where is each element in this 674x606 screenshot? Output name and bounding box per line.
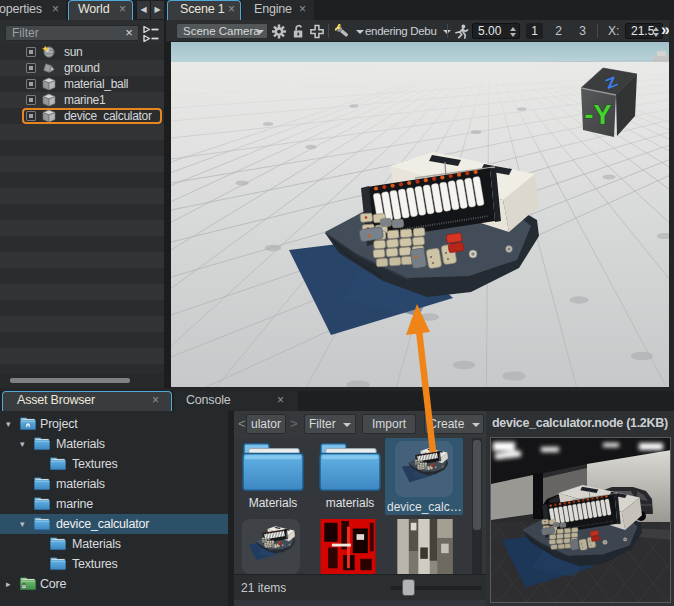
project-tree-item-textures[interactable]: Textures [0,554,228,574]
toolbar-separator [597,24,598,38]
tab-asset-browser[interactable]: Asset Browser × [2,391,172,411]
left-splitter[interactable] [164,20,171,388]
tab-engine-label: Engine [254,0,292,19]
project-tree-label: Textures [72,554,118,574]
asset-label[interactable]: materials [313,496,387,510]
chevron-right-icon[interactable]: ▸ [6,577,16,591]
expand-all-icon[interactable] [142,24,160,42]
tree-item-ground[interactable]: ground [0,60,164,76]
distant-object [653,55,669,63]
breadcrumb-forward-button[interactable]: > [290,414,298,434]
sun-icon [42,45,56,59]
pan-tool-icon[interactable] [309,24,325,39]
world-hierarchy-panel: × sun ground material_ball [0,20,164,388]
asset-label[interactable]: device_calc… [387,500,461,514]
tab-asset-browser-close-icon[interactable]: × [152,391,159,410]
horizontal-scrollbar[interactable] [0,374,164,388]
create-dropdown-button[interactable]: Create [424,414,484,434]
project-tree-label: Materials [56,434,105,454]
toolbar-separator [447,24,448,38]
tab-engine-close-icon[interactable]: × [299,0,306,19]
texture-gray-thumbnail[interactable] [396,519,454,574]
chevron-down-icon[interactable] [356,30,364,34]
texture-red-thumbnail[interactable] [319,519,377,574]
lock-open-icon[interactable] [291,24,307,39]
breadcrumb-back-button[interactable]: < [238,414,246,434]
slider-thumb[interactable] [402,579,415,596]
gizmo-y-label[interactable]: -Y [585,100,612,130]
tab-properties-close-icon[interactable]: × [52,0,59,19]
project-tree-item-device-calculator[interactable]: ▾device_calculator [0,514,228,534]
tab-world[interactable]: World × [68,0,133,20]
bottom-section: Asset Browser × Console × ▾Project▾Mater… [0,388,674,606]
project-tree-item-materials[interactable]: materials [0,474,228,494]
camera-speed-field[interactable]: 5.00 [472,23,520,39]
viewport-3d[interactable]: Z -Y [171,42,669,387]
chevron-down-icon[interactable]: ▾ [20,517,30,531]
folder-icon [34,516,50,531]
rendering-debug-dropdown[interactable]: endering Debu [365,25,451,37]
project-tree-item-materials[interactable]: Materials [0,534,228,554]
project-tree-item-materials[interactable]: ▾Materials [0,434,228,454]
tab-scene1-close-icon[interactable]: × [228,0,235,19]
tree-item-device-calculator[interactable]: device_calculator [0,108,164,124]
folder-icon [50,536,66,551]
visibility-checkbox[interactable] [26,63,36,73]
speed-preset-3[interactable]: 3 [574,23,591,39]
project-tree-label: device_calculator [56,514,149,534]
flashlight-icon[interactable] [335,24,351,39]
viewport-right-edge [669,20,674,388]
filter-dropdown-button[interactable]: Filter [304,414,356,434]
home-folder-icon [20,416,36,431]
tab-console[interactable]: Console × [174,391,298,411]
visibility-checkbox[interactable] [26,47,36,57]
project-tree-item-core[interactable]: ▸Core [0,574,228,594]
tree-item-marine1[interactable]: marine1 [0,92,164,108]
tree-item-material-ball[interactable]: material_ball [0,76,164,92]
asset-label[interactable]: Materials [236,496,310,510]
tab-world-close-icon[interactable]: × [119,0,126,19]
folder-icon [34,436,50,451]
filter-input[interactable] [5,25,139,41]
spinner-arrows-icon[interactable] [508,27,517,37]
import-button[interactable]: Import [362,414,416,434]
project-tree-item-marine[interactable]: marine [0,494,228,514]
visibility-checkbox[interactable] [26,95,36,105]
folder-asset-icon[interactable] [242,440,304,492]
vertical-scrollbar[interactable] [472,438,482,574]
tree-item-label: marine1 [64,92,105,108]
folder-asset-icon[interactable] [319,440,381,492]
speed-preset-2[interactable]: 2 [550,23,567,39]
scrollbar-thumb[interactable] [10,378,130,383]
spinner-arrows-icon[interactable] [651,27,660,37]
project-tree-item-textures[interactable]: Textures [0,454,228,474]
tab-scene1-label: Scene 1 [180,0,224,19]
tab-properties-label: operties [0,0,42,19]
chevron-down-icon[interactable]: ▾ [20,437,30,451]
gear-icon[interactable] [271,24,287,39]
speed-preset-1[interactable]: 1 [526,23,543,39]
coord-x-field[interactable]: 21.5 [625,23,663,39]
node-asset-icon [395,441,453,497]
tab-properties[interactable]: operties × [0,0,66,20]
chevron-down-icon[interactable]: ▾ [6,417,16,431]
tree-item-sun[interactable]: sun [0,44,164,60]
tab-scroll-left-button[interactable]: ◀ [136,1,150,19]
node-asset-plate[interactable] [395,441,453,497]
filter-clear-icon[interactable]: × [122,26,136,40]
tab-scroll-right-button[interactable]: ▶ [150,1,164,19]
tab-console-close-icon[interactable]: × [277,391,284,410]
scrollbar-thumb[interactable] [473,440,481,530]
tab-engine[interactable]: Engine × [242,0,314,20]
camera-select[interactable]: Scene Camera [176,23,268,39]
breadcrumb-folder-button[interactable]: ulator [246,414,286,434]
tab-scene1[interactable]: Scene 1 × [167,0,241,20]
mesh-thumbnail[interactable] [242,519,300,574]
project-tree-item-project[interactable]: ▾Project [0,414,228,434]
preview-image [490,437,671,603]
asset-toolbar: < ulator > Filter Import Create [234,411,486,438]
runner-icon[interactable] [453,24,469,39]
visibility-checkbox[interactable] [26,79,36,89]
asset-browser-panel: < ulator > Filter Import Create [234,411,486,606]
viewport-sky [171,42,669,63]
